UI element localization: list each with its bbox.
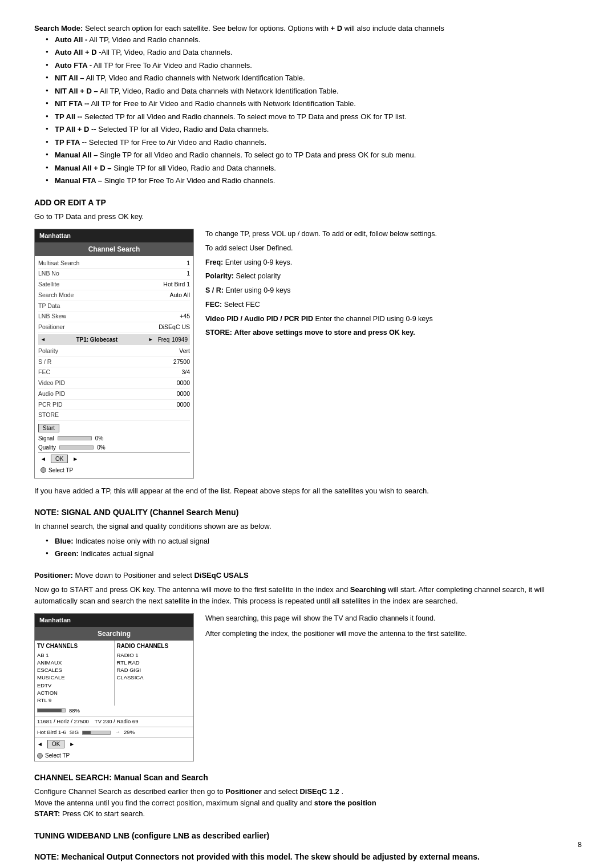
tp-fields-left: Polarity Vert S / R 27500 FEC 3/4: [38, 346, 190, 421]
box-footer: ◄ OK ►: [38, 452, 190, 465]
signal-quality-intro: In channel search, the signal and qualit…: [34, 521, 582, 532]
search-mode-item: NIT FTA -- All TP for Free to Air Video …: [46, 98, 582, 110]
searching-box: Manhattan Searching TV CHANNELS AB 1ANIM…: [34, 613, 194, 761]
lnb-no-row: LNB No 1: [38, 269, 190, 279]
positioner-diseqc-bold: DiSEqC USALS: [194, 571, 248, 580]
tuning-section: TUNING WIDEBAND LNB (configure LNB as de…: [34, 830, 582, 867]
positioner-right-col: When searching, this page will show the …: [205, 613, 582, 761]
multisat-row: Multisat Search 1: [38, 258, 190, 269]
radio-channel-item: CLASSICA: [117, 674, 192, 681]
tv-channel-item: ACTION: [37, 689, 112, 696]
signal-quality-title: NOTE: SIGNAL AND QUALITY (Channel Search…: [34, 507, 582, 518]
status-row: 11681 / Horiz / 27500 TV 230 / Radio 69: [35, 716, 193, 727]
sig-arrow: →: [115, 728, 120, 736]
page-content: Search Mode: Select search option for ea…: [34, 23, 582, 867]
channel-search-title-main: CHANNEL SEARCH: Manual Scan and Search: [34, 772, 582, 784]
polarity-desc: Polarity: Select polarity: [205, 271, 582, 282]
search-mode-item: Auto All - All TP, Video and Radio chann…: [46, 34, 582, 46]
tv-channels-col: TV CHANNELS AB 1ANIMAUXESCALESMUSICALEED…: [35, 641, 115, 706]
fec-text: Select FEC: [224, 301, 260, 309]
signal-quality-item: Blue: Indicates noise only with no actua…: [46, 536, 582, 547]
searching-select-tp-label: Select TP: [45, 751, 70, 760]
search-mode-item: Auto FTA - All TP for Free To Air Video …: [46, 60, 582, 71]
video-pid-row: Video PID 0000: [38, 378, 190, 389]
pcr-pid-row: PCR PID 0000: [38, 400, 190, 411]
fec-bold: FEC:: [205, 301, 222, 309]
page-number: 8: [578, 839, 582, 850]
add-edit-tp-subtitle: Go to TP Data and press OK key.: [34, 211, 582, 222]
tp-data-row: TP Data: [38, 301, 190, 312]
positioner-section: Positioner: Move down to Positioner and …: [34, 570, 582, 762]
vid-audio-text: Enter the channel PID using 0-9 keys: [315, 315, 432, 323]
quality-label: Quality: [38, 443, 56, 452]
add-edit-tp-cols: Manhattan Channel Search Multisat Search…: [34, 229, 582, 479]
positioner-right-line2: After completing the index, the position…: [205, 629, 582, 639]
tuning-title2: NOTE: Mechanical Output Connectors not p…: [34, 851, 582, 863]
audio-pid-row: Audio PID 0000: [38, 389, 190, 400]
sig-bar-bg: [82, 731, 111, 735]
fec-desc: FEC: Select FEC: [205, 299, 582, 310]
positioner-title-text: Move down to Positioner and select: [75, 571, 194, 580]
add-edit-tp-title: ADD OR EDIT A TP: [34, 197, 582, 209]
search-mode-list: Auto All - All TP, Video and Radio chann…: [34, 34, 582, 187]
positioner-row: Positioner DiSEqC US: [38, 322, 190, 333]
select-tp-row: Select TP: [38, 465, 190, 476]
lnb-skew-row: LNB Skew +45: [38, 311, 190, 322]
add-edit-tp-section: ADD OR EDIT A TP Go to TP Data and press…: [34, 197, 582, 497]
tp-arrow-right[interactable]: ►: [148, 336, 153, 344]
search-mode-item: NIT All + D – All TP, Video, Radio and D…: [46, 86, 582, 97]
store-bold: STORE:: [205, 329, 232, 337]
search-mode-item: Manual FTA – Single TP for Free To Air V…: [46, 175, 582, 187]
tp-arrow-left[interactable]: ◄: [40, 336, 46, 344]
quality-row: Quality 0%: [38, 443, 190, 452]
manhattan-header: Manhattan: [35, 229, 193, 242]
tv-channel-item: ESCALES: [37, 666, 112, 674]
progress-row: 88%: [35, 706, 193, 716]
fec-row: FEC 3/4: [38, 367, 190, 378]
tv-channels-header: TV CHANNELS: [37, 642, 112, 650]
searching-nav-right[interactable]: ►: [69, 740, 75, 748]
sr-bold: S / R:: [205, 286, 224, 294]
channel-search-start: START: Press OK to start search.: [34, 808, 582, 820]
status-tv: TV 230 / Radio 69: [95, 718, 139, 726]
progress-bar-fill: [38, 709, 62, 712]
radio-channels-list: RADIO 1RTL RADRAD GIGICLASSICA: [117, 651, 192, 682]
start-row: Start: [38, 423, 190, 433]
ok-button[interactable]: OK: [51, 455, 68, 463]
signal-label: Signal: [38, 434, 54, 443]
searching-select-tp-icon: [37, 753, 43, 759]
tp-selector-row[interactable]: ◄ TP1: Globecast ► Freq 10949: [38, 334, 190, 345]
satellite-row: Satellite Hot Bird 1: [38, 279, 190, 290]
select-tp-icon: [40, 467, 46, 473]
vid-audio-bold: Video PID / Audio PID / PCR PID: [205, 315, 313, 323]
signal-bar-bg: [58, 436, 92, 440]
search-mode-intro: Search Mode: Select search option for ea…: [34, 23, 582, 34]
freq-desc: Freq: Enter using 0-9 keys.: [205, 257, 582, 268]
nav-left-btn[interactable]: ◄: [40, 455, 46, 463]
tv-channel-item: MUSICALE: [37, 674, 112, 681]
quality-bar-bg: [59, 445, 94, 449]
freq-value-box: 10949: [172, 335, 188, 344]
searching-nav-left[interactable]: ◄: [37, 740, 43, 748]
tv-channel-item: AB 1: [37, 651, 112, 659]
searching-ok-btn[interactable]: OK: [47, 740, 64, 748]
status-freq: 11681 / Horiz / 27500: [37, 718, 89, 726]
start-button[interactable]: Start: [38, 424, 59, 432]
positioner-right-line1: When searching, this page will show the …: [205, 613, 582, 624]
signal-quality-item: Green: Indicates actual signal: [46, 548, 582, 560]
positioner-body: Now go to START and press OK key. The an…: [34, 584, 582, 606]
quality-pct: 0%: [97, 443, 105, 452]
sig-value: SIG: [70, 728, 79, 736]
channel-search-section: CHANNEL SEARCH: Manual Scan and Search C…: [34, 772, 582, 820]
sig-pct: 29%: [124, 728, 135, 736]
nav-right-btn[interactable]: ►: [72, 455, 78, 463]
search-mode-section: Search Mode: Select search option for ea…: [34, 23, 582, 187]
select-tp-label: Select TP: [48, 466, 73, 475]
sr-desc: S / R: Enter using 0-9 keys: [205, 285, 582, 296]
sig-row: Hot Bird 1-6 SIG → 29%: [35, 727, 193, 738]
signal-quality-list: Blue: Indicates noise only with no actua…: [34, 536, 582, 560]
progress-pct: 88%: [69, 707, 80, 715]
channel-search-line1: Configure Channel Search as described ea…: [34, 786, 582, 797]
search-mode-item: TP All + D -- Selected TP for all Video,…: [46, 124, 582, 135]
tv-channel-item: EDTV: [37, 682, 112, 689]
